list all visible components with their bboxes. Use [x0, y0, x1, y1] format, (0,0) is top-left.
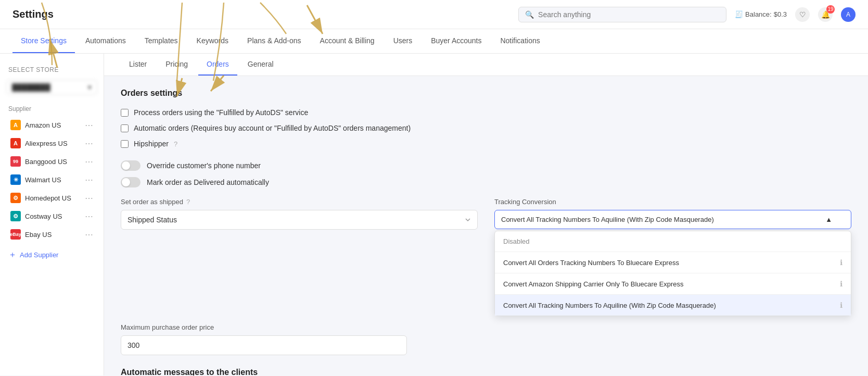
sidebar-item-walmart-us[interactable]: ✳ Walmart US ⋯ — [2, 171, 101, 189]
more-options-icon[interactable]: ⋯ — [85, 175, 93, 185]
more-options-icon[interactable]: ⋯ — [85, 157, 93, 167]
balance-label: Balance: — [745, 10, 772, 18]
tab-notifications[interactable]: Notifications — [492, 29, 548, 53]
checkbox-automatic-orders[interactable]: Automatic orders (Requires buy account o… — [121, 124, 851, 132]
balance-amount: $0.3 — [774, 10, 787, 18]
app-title: Settings — [12, 8, 54, 20]
notif-count: 19 — [826, 5, 835, 14]
more-options-icon[interactable]: ⋯ — [85, 230, 93, 240]
sidebar-item-homedepot-us[interactable]: ⚙ Homedepot US ⋯ — [2, 189, 101, 207]
automatic-orders-label: Automatic orders (Requires buy account o… — [134, 124, 411, 132]
tab-keywords[interactable]: Keywords — [188, 29, 237, 53]
shipped-help-icon[interactable]: ? — [186, 198, 190, 206]
main-tabs: Store Settings Automations Templates Key… — [0, 29, 868, 54]
walmart-us-label: Walmart US — [25, 176, 61, 184]
wishlist-button[interactable]: ♡ — [795, 7, 810, 22]
max-purchase-group: Maximum purchase order price — [121, 323, 407, 355]
tab-store-settings[interactable]: Store Settings — [12, 29, 75, 53]
tab-lister[interactable]: Lister — [121, 54, 155, 76]
messages-section-title: Automatic messages to the clients — [121, 368, 851, 375]
tracking-select-button[interactable]: Convert All Tracking Numbers To Aquiline… — [494, 210, 851, 229]
dropdown-item-bluecare-amazon[interactable]: Convert Amazon Shipping Carrier Only To … — [495, 273, 851, 295]
orders-checkboxes: Process orders using the "Fulfilled by A… — [121, 108, 851, 148]
aliexpress-icon: A — [10, 138, 21, 148]
top-bar-right: 🔍 🧾 Balance: $0.3 ♡ 🔔 19 A — [518, 7, 856, 22]
top-bar: Settings 🔍 🧾 Balance: $0.3 ♡ 🔔 19 A — [0, 0, 868, 29]
hipshipper-help-icon[interactable]: ? — [174, 140, 177, 148]
mark-delivered-label: Mark order as Delivered automatically — [147, 178, 269, 186]
notifications-button[interactable]: 🔔 19 — [818, 7, 833, 22]
more-options-icon[interactable]: ⋯ — [85, 120, 93, 130]
store-name: ████████ — [12, 83, 50, 91]
walmart-icon: ✳ — [10, 174, 21, 185]
tab-templates[interactable]: Templates — [136, 29, 186, 53]
hipshipper-checkbox[interactable] — [121, 140, 129, 148]
main-layout: Select Store ████████ ▾ Supplier A Amazo… — [0, 54, 868, 375]
tab-pricing[interactable]: Pricing — [157, 54, 196, 76]
plus-icon: ＋ — [8, 249, 17, 260]
toggle-override-phone: Override customer's phone number — [121, 160, 851, 171]
checkbox-hipshipper[interactable]: Hipshipper ? — [121, 140, 851, 148]
info-icon: ℹ — [840, 258, 843, 267]
tab-users[interactable]: Users — [385, 29, 421, 53]
sidebar-item-amazon-us[interactable]: A Amazon US ⋯ — [2, 116, 101, 134]
search-icon: 🔍 — [525, 10, 534, 19]
orders-content: Orders settings Process orders using the… — [104, 76, 868, 375]
tracking-dropdown: Disabled Convert All Orders Tracking Num… — [494, 231, 851, 316]
max-purchase-input[interactable] — [121, 335, 407, 355]
amazon-us-label: Amazon US — [25, 121, 61, 129]
supplier-section-label: Supplier — [0, 99, 104, 116]
override-phone-toggle[interactable] — [121, 160, 141, 171]
more-options-icon[interactable]: ⋯ — [85, 193, 93, 203]
chevron-up-icon: ▲ — [825, 216, 832, 223]
shipped-status-select[interactable]: Shipped Status Fulfilled Processing — [121, 210, 478, 230]
toggle-mark-delivered: Mark order as Delivered automatically — [121, 177, 851, 187]
sidebar-item-ebay-us[interactable]: eBay Ebay US ⋯ — [2, 225, 101, 243]
form-row-shipped-tracking: Set order as shipped ? Shipped Status Fu… — [121, 198, 851, 230]
tab-plans[interactable]: Plans & Add-ons — [239, 29, 310, 53]
messages-section: Automatic messages to the clients Order … — [121, 368, 851, 375]
select-store-label: Select Store — [0, 62, 104, 76]
dropdown-item-disabled[interactable]: Disabled — [495, 231, 851, 252]
shipped-label: Set order as shipped ? — [121, 198, 478, 206]
tracking-selected-value: Convert All Tracking Numbers To Aquiline… — [501, 216, 714, 223]
add-supplier-label: Add Supplier — [20, 251, 58, 259]
tab-general[interactable]: General — [239, 54, 282, 76]
tab-account-billing[interactable]: Account & Billing — [312, 29, 383, 53]
process-orders-checkbox[interactable] — [121, 109, 129, 117]
sidebar-item-costway-us[interactable]: ⚙ Costway US ⋯ — [2, 207, 101, 225]
more-options-icon[interactable]: ⋯ — [85, 139, 93, 148]
content-area: Lister Pricing Orders General Orders set… — [104, 54, 868, 375]
ebay-us-label: Ebay US — [25, 231, 52, 239]
more-options-icon[interactable]: ⋯ — [85, 211, 93, 221]
search-bar[interactable]: 🔍 — [518, 7, 726, 22]
chevron-down-icon: ▾ — [88, 83, 92, 91]
receipt-icon: 🧾 — [735, 10, 743, 18]
tab-buyer-accounts[interactable]: Buyer Accounts — [423, 29, 490, 53]
checkbox-process-orders[interactable]: Process orders using the "Fulfilled by A… — [121, 108, 851, 117]
ebay-icon: eBay — [10, 229, 21, 240]
search-input[interactable] — [538, 10, 720, 19]
orders-section-title: Orders settings — [121, 89, 851, 98]
sidebar-item-aliexpress-us[interactable]: A Aliexpress US ⋯ — [2, 134, 101, 152]
banggood-icon: 99 — [10, 156, 21, 167]
override-phone-label: Override customer's phone number — [147, 161, 261, 170]
automatic-orders-checkbox[interactable] — [121, 124, 129, 132]
store-select-button[interactable]: ████████ ▾ — [6, 80, 97, 95]
info-icon: ℹ — [840, 280, 843, 288]
tab-automations[interactable]: Automations — [77, 29, 134, 53]
balance-display: 🧾 Balance: $0.3 — [735, 10, 787, 18]
shipped-group: Set order as shipped ? Shipped Status Fu… — [121, 198, 478, 230]
tab-orders[interactable]: Orders — [198, 54, 237, 76]
tracking-group: Tracking Conversion Convert All Tracking… — [494, 198, 851, 230]
mark-delivered-toggle[interactable] — [121, 177, 141, 187]
user-avatar[interactable]: A — [841, 7, 856, 22]
costway-icon: ⚙ — [10, 211, 21, 221]
sidebar-item-banggood-us[interactable]: 99 Banggood US ⋯ — [2, 153, 101, 170]
add-supplier-button[interactable]: ＋ Add Supplier — [0, 245, 104, 265]
store-select-wrap: ████████ ▾ — [0, 76, 104, 99]
dropdown-item-aquiline[interactable]: Convert All Tracking Numbers To Aquiline… — [495, 295, 851, 316]
dropdown-item-bluecare-all[interactable]: Convert All Orders Tracking Numbers To B… — [495, 252, 851, 273]
max-purchase-label: Maximum purchase order price — [121, 323, 407, 331]
amazon-icon: A — [10, 120, 21, 130]
